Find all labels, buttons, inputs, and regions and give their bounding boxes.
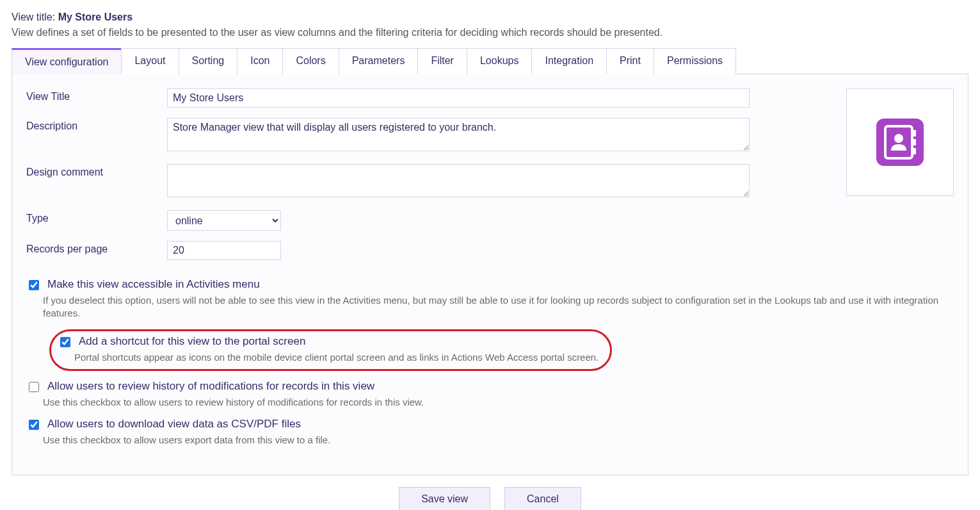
textarea-description[interactable]: Store Manager view that will display all… [167, 118, 750, 151]
checkbox-download-help: Use this checkbox to allow users export … [43, 434, 954, 447]
label-type: Type [26, 210, 167, 224]
label-records-per-page: Records per page [26, 241, 167, 255]
input-records-per-page[interactable] [167, 241, 281, 260]
tab-view-configuration[interactable]: View configuration [12, 48, 122, 74]
highlight-portal-shortcut: Add a shortcut for this view to the port… [49, 329, 612, 371]
view-title-label: View title: [12, 12, 58, 22]
checkbox-review-history-help: Use this checkbox to allow users to revi… [43, 396, 954, 409]
footer-buttons: Save view Cancel [12, 487, 968, 510]
svg-point-2 [894, 134, 903, 143]
checkbox-download-csv-pdf[interactable] [29, 420, 39, 430]
tab-icon[interactable]: Icon [237, 48, 283, 74]
tab-colors[interactable]: Colors [282, 48, 339, 74]
view-header: View title: My Store Users [12, 12, 968, 23]
checkbox-accessible-title: Make this view accessible in Activities … [47, 278, 260, 291]
view-description-text: View defines a set of fields to be prese… [12, 27, 968, 38]
input-view-title[interactable] [167, 88, 750, 108]
tab-integration[interactable]: Integration [531, 48, 607, 74]
checkbox-review-history-title: Allow users to review history of modific… [47, 380, 374, 393]
tab-permissions[interactable]: Permissions [654, 48, 736, 74]
label-view-title: View Title [26, 88, 167, 103]
tab-layout[interactable]: Layout [121, 48, 179, 74]
checkbox-accessible-help: If you deselect this option, users will … [43, 294, 954, 320]
tab-print[interactable]: Print [606, 48, 654, 74]
contacts-book-icon [875, 117, 925, 167]
tab-sorting[interactable]: Sorting [179, 48, 238, 74]
label-description: Description [26, 118, 167, 132]
svg-rect-4 [912, 139, 916, 145]
svg-rect-3 [912, 130, 916, 136]
tabs-bar: View configuration Layout Sorting Icon C… [12, 47, 968, 74]
checkbox-download-title: Allow users to download view data as CSV… [47, 418, 301, 431]
view-title-value: My Store Users [58, 12, 133, 22]
checkbox-review-history[interactable] [29, 382, 39, 392]
label-design-comment: Design comment [26, 164, 167, 178]
cancel-button[interactable]: Cancel [504, 487, 581, 510]
save-view-button[interactable]: Save view [399, 487, 490, 510]
tab-lookups[interactable]: Lookups [467, 48, 533, 74]
view-icon-preview [846, 88, 954, 196]
select-type[interactable]: online [167, 210, 281, 231]
panel-view-configuration: View Title Description Store Manager vie… [12, 74, 968, 475]
checkbox-accessible-activities[interactable] [29, 280, 39, 290]
svg-rect-5 [912, 148, 916, 154]
tab-filter[interactable]: Filter [417, 48, 467, 74]
checkbox-portal-shortcut-help: Portal shortcuts appear as icons on the … [74, 351, 598, 364]
checkbox-portal-shortcut[interactable] [60, 337, 70, 347]
tab-parameters[interactable]: Parameters [339, 48, 419, 74]
checkbox-portal-shortcut-title: Add a shortcut for this view to the port… [79, 335, 305, 348]
textarea-design-comment[interactable] [167, 164, 750, 197]
